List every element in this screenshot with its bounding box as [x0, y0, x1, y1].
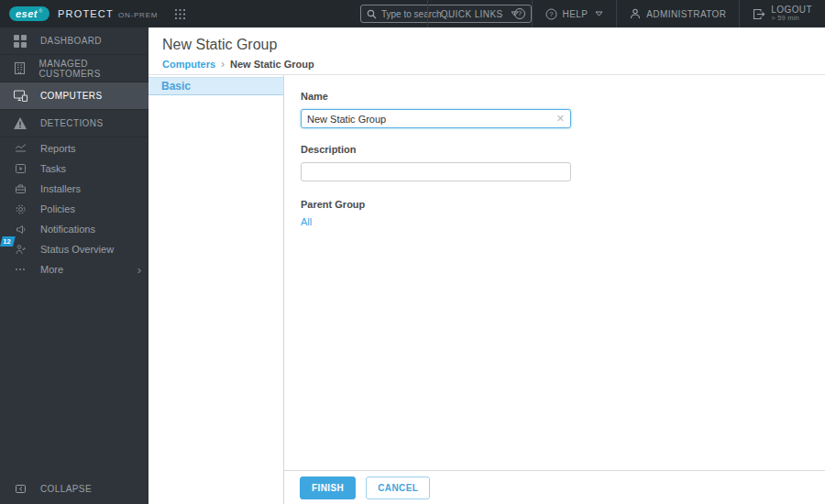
more-ellipsis-icon [0, 268, 40, 271]
breadcrumb-current: New Static Group [230, 59, 314, 70]
logout-icon [753, 8, 765, 20]
parent-group-link[interactable]: All [301, 216, 312, 227]
dashboard-icon [0, 34, 40, 49]
sidebar-item-tasks[interactable]: Tasks [0, 159, 148, 179]
name-input[interactable] [307, 114, 556, 125]
top-right-menu: QUICK LINKS ? HELP ADMINISTRATOR [427, 0, 825, 27]
page-header: New Static Group Computers › New Static … [148, 27, 825, 75]
megaphone-icon [0, 224, 40, 236]
description-field-wrap [301, 162, 571, 181]
collapse-icon [0, 484, 40, 494]
description-label: Description [301, 144, 825, 155]
sidebar-item-label: Notifications [40, 224, 95, 235]
sidebar-item-label: DETECTIONS [40, 118, 103, 128]
sidebar: DASHBOARD MANAGED CUSTOMERS COMPUTERS DE… [0, 27, 148, 504]
eset-logo: eset® [9, 6, 50, 22]
finish-button[interactable]: FINISH [300, 477, 356, 499]
user-icon [630, 8, 641, 19]
collapse-label: COLLAPSE [40, 484, 92, 494]
page-title: New Static Group [162, 37, 825, 53]
name-field-wrap: ✕ [301, 109, 571, 128]
wizard-steps-panel: Basic [148, 75, 284, 504]
warning-triangle-icon [0, 116, 40, 130]
help-icon: ? [545, 8, 557, 20]
wizard-step-basic[interactable]: Basic [148, 77, 283, 95]
sidebar-item-installers[interactable]: Installers [0, 179, 148, 199]
sidebar-item-label: COMPUTERS [40, 91, 103, 101]
status-overview-badge: 12 [0, 236, 16, 247]
product-edition: ON-PREM [118, 11, 158, 19]
collapse-button[interactable]: COLLAPSE [0, 477, 148, 500]
task-play-icon [0, 163, 40, 174]
app-grid-icon[interactable] [174, 8, 186, 20]
user-menu[interactable]: ADMINISTRATOR [616, 0, 739, 27]
sidebar-item-status-overview[interactable]: 12 Status Overview [0, 239, 148, 259]
cancel-button[interactable]: CANCEL [366, 477, 430, 499]
clear-input-icon[interactable]: ✕ [556, 114, 565, 124]
sidebar-item-label: DASHBOARD [40, 36, 102, 46]
sidebar-item-label: Installers [40, 183, 81, 194]
sidebar-item-computers[interactable]: COMPUTERS [0, 82, 148, 110]
computers-icon [0, 89, 40, 103]
breadcrumb-computers-link[interactable]: Computers [162, 59, 215, 70]
building-icon [0, 61, 38, 75]
sidebar-primary-nav: DASHBOARD MANAGED CUSTOMERS COMPUTERS DE… [0, 27, 148, 137]
main-content: New Static Group Computers › New Static … [148, 27, 825, 504]
name-label: Name [301, 91, 825, 102]
parent-group-label: Parent Group [301, 199, 825, 210]
sidebar-item-label: Tasks [40, 163, 66, 174]
product-name: PROTECT [58, 8, 114, 19]
brand: eset® PROTECT ON-PREM [9, 6, 186, 22]
sidebar-item-policies[interactable]: Policies [0, 199, 148, 219]
sidebar-item-label: MANAGED CUSTOMERS [38, 59, 148, 79]
search-icon [367, 9, 377, 19]
installer-box-icon [0, 183, 40, 194]
sidebar-item-notifications[interactable]: Notifications [0, 219, 148, 239]
report-chart-icon [0, 143, 40, 154]
sidebar-item-more[interactable]: More › [0, 259, 148, 279]
sidebar-item-label: Status Overview [40, 244, 114, 255]
session-timeout: > 59 min [771, 15, 812, 23]
chevron-right-icon: › [138, 263, 141, 277]
top-bar: eset® PROTECT ON-PREM ? QUICK LINKS [0, 0, 825, 27]
logout-button[interactable]: LOGOUT > 59 min [739, 0, 825, 27]
sidebar-item-label: Reports [40, 143, 76, 154]
sidebar-item-reports[interactable]: Reports [0, 138, 148, 159]
registered-mark: ® [38, 8, 43, 14]
description-input[interactable] [307, 167, 565, 178]
chevron-down-icon [511, 11, 519, 16]
quick-links-menu[interactable]: QUICK LINKS [427, 0, 532, 27]
breadcrumb: Computers › New Static Group [162, 58, 825, 71]
sidebar-secondary-nav: Reports Tasks Installers Policies Notifi… [0, 138, 148, 279]
breadcrumb-separator-icon: › [221, 58, 225, 71]
svg-text:?: ? [549, 10, 554, 18]
wizard-footer: FINISH CANCEL [284, 470, 825, 504]
help-menu[interactable]: ? HELP [532, 0, 617, 27]
form-area: Name ✕ Description Parent Group All [285, 75, 825, 470]
chevron-down-icon [595, 11, 603, 16]
sidebar-item-dashboard[interactable]: DASHBOARD [0, 27, 148, 55]
sidebar-item-label: Policies [40, 203, 75, 214]
sidebar-item-managed-customers[interactable]: MANAGED CUSTOMERS [0, 55, 148, 82]
gear-icon [0, 203, 40, 215]
sidebar-item-detections[interactable]: DETECTIONS [0, 110, 148, 137]
sidebar-item-label: More [40, 264, 63, 275]
